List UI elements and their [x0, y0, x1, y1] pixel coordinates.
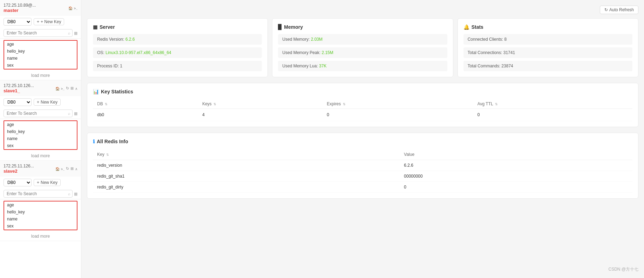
search-row-slave2: ⌕ ▦	[0, 188, 81, 199]
search-input-slave1[interactable]	[4, 110, 73, 117]
search-input-slave2[interactable]	[4, 190, 73, 198]
filter-icon-master[interactable]: ▦	[74, 31, 77, 35]
load-more-master[interactable]: load more	[0, 71, 81, 80]
key-item-slave2-name[interactable]: name	[4, 216, 77, 223]
sort-icon-avg-ttl: ⇅	[495, 102, 498, 106]
load-more-slave2[interactable]: load more	[0, 232, 81, 241]
server-pid-row: Process ID: 1	[93, 61, 262, 71]
server-icons-master	[68, 6, 77, 10]
memory-used-value: 2.03M	[311, 37, 323, 42]
server-ip-slave2: 172.25.11.126...	[4, 164, 34, 168]
server-section-slave1: 172.25.10.126... slave1_ DB0 + New Key	[0, 80, 81, 161]
server-ip-slave1: 172.25.10.126...	[4, 83, 34, 88]
info-row-dirty: redis_git_dirty 0	[93, 182, 632, 193]
server-os-row: OS: Linux3.10.0-957.el7.x86_64x86_64	[93, 47, 262, 58]
key-item-master-sex[interactable]: sex	[4, 62, 77, 69]
filter-icon-slave2[interactable]: ▦	[74, 192, 77, 196]
server-label-master: master	[4, 8, 36, 13]
terminal-icon-slave1[interactable]	[61, 86, 65, 91]
refresh-icon-slave1[interactable]	[66, 86, 69, 91]
stats-commands-label: Total Commands:	[468, 64, 502, 68]
db-row-slave2: DB0 + New Key	[0, 177, 81, 188]
top-bar: ↻ Auto Refresh	[87, 6, 638, 14]
server-pid-label: Process ID:	[97, 64, 120, 68]
info-row-sha1: redis_git_sha1 00000000	[93, 171, 632, 182]
sort-icon-expires: ⇅	[343, 102, 346, 106]
key-item-slave1-age[interactable]: age	[4, 121, 77, 128]
refresh-icon-slave2[interactable]	[66, 166, 69, 171]
terminal-icon[interactable]	[74, 6, 77, 10]
info-col-key[interactable]: Key ⇅	[93, 149, 400, 160]
db-select-slave2[interactable]: DB0	[4, 179, 32, 186]
key-item-master-age[interactable]: age	[4, 41, 77, 48]
server-icons-slave2	[55, 166, 77, 171]
cell-avg-ttl: 0	[473, 109, 632, 121]
home-icon[interactable]	[68, 6, 73, 10]
redis-info-table: Key ⇅ Value redis_version 6.2.6 redis_gi…	[93, 149, 632, 193]
new-key-button-slave2[interactable]: + New Key	[34, 179, 61, 186]
filter-icon-slave1[interactable]: ▦	[74, 111, 77, 116]
memory-used-label: Used Memory:	[282, 37, 311, 42]
sort-icon-db: ⇅	[105, 102, 108, 106]
key-statistics-table: DB ⇅ Keys ⇅ Expires ⇅ Avg TTL ⇅ db0 4 0 …	[93, 99, 632, 121]
server-header-slave2: 172.25.11.126... slave2	[0, 161, 81, 177]
load-more-slave1[interactable]: load more	[0, 151, 81, 160]
new-key-button-slave1[interactable]: + New Key	[34, 99, 61, 106]
cell-db: db0	[93, 109, 198, 121]
terminal-icon-slave2[interactable]	[61, 167, 65, 171]
cell-keys: 4	[198, 109, 323, 121]
memory-icon: ▉	[278, 24, 282, 30]
col-avg-ttl[interactable]: Avg TTL ⇅	[473, 99, 632, 109]
col-expires[interactable]: Expires ⇅	[323, 99, 473, 109]
chevron-icon-slave1[interactable]	[75, 86, 77, 91]
stats-icon: 🔔	[463, 24, 469, 30]
key-item-slave1-sex[interactable]: sex	[4, 142, 77, 149]
chart-icon: 📊	[93, 89, 99, 94]
key-statistics-title: 📊 Key Statistics	[93, 89, 632, 94]
auto-refresh-button[interactable]: ↻ Auto Refresh	[600, 6, 638, 14]
grid-icon-slave1[interactable]	[70, 86, 74, 91]
search-wrap-master: ⌕	[4, 29, 73, 37]
memory-lua-row: Used Memory Lua: 37K	[278, 61, 447, 71]
info-val-dirty: 0	[400, 182, 632, 193]
auto-refresh-icon: ↻	[604, 7, 608, 12]
info-key-sha1: redis_git_sha1	[93, 171, 400, 182]
server-ip-master: 172.25.10.89@...	[4, 3, 36, 8]
key-statistics-section: 📊 Key Statistics DB ⇅ Keys ⇅ Expires ⇅ A…	[87, 83, 638, 127]
key-item-master-name[interactable]: name	[4, 55, 77, 62]
plus-icon-slave1: +	[37, 100, 39, 105]
info-row-version: redis_version 6.2.6	[93, 160, 632, 171]
memory-card-title: ▉ Memory	[278, 24, 447, 30]
key-item-slave2-sex[interactable]: sex	[4, 223, 77, 230]
db-select-slave1[interactable]: DB0	[4, 98, 32, 106]
grid-icon-slave2[interactable]	[70, 166, 74, 171]
stats-connections-value: 31741	[503, 50, 515, 55]
key-item-slave2-hello-key[interactable]: hello_key	[4, 208, 77, 216]
all-redis-info-title: ℹ All Redis Info	[93, 139, 632, 144]
new-key-button-master[interactable]: + + New Key	[34, 18, 64, 25]
col-db[interactable]: DB ⇅	[93, 99, 198, 109]
server-label-slave1: slave1_	[4, 88, 34, 93]
memory-card: ▉ Memory Used Memory: 2.03M Used Memory …	[272, 18, 453, 77]
key-item-slave1-hello-key[interactable]: hello_key	[4, 128, 77, 135]
search-input-master[interactable]	[4, 29, 73, 37]
col-keys[interactable]: Keys ⇅	[198, 99, 323, 109]
key-item-master-hello-key[interactable]: hello_key	[4, 48, 77, 55]
server-header-slave1: 172.25.10.126... slave1_	[0, 80, 81, 96]
home-icon-slave1[interactable]	[55, 86, 60, 91]
info-val-version: 6.2.6	[400, 160, 632, 171]
info-col-value: Value	[400, 149, 632, 160]
chevron-icon-slave2[interactable]	[75, 167, 77, 171]
all-redis-info-section: ℹ All Redis Info Key ⇅ Value redis_versi…	[87, 133, 638, 199]
home-icon-slave2[interactable]	[55, 167, 60, 171]
plus-icon: +	[37, 19, 39, 24]
server-os-label: OS:	[97, 50, 106, 55]
info-val-sha1: 00000000	[400, 171, 632, 182]
stats-card-title: 🔔 Stats	[463, 24, 632, 30]
sidebar: 172.25.10.89@... master DB0 + + New Key …	[0, 0, 81, 278]
search-wrap-slave2: ⌕	[4, 190, 73, 198]
key-item-slave2-age[interactable]: age	[4, 201, 77, 208]
db-select-master[interactable]: DB0	[4, 18, 32, 26]
server-icon: ▦	[93, 24, 97, 30]
key-item-slave1-name[interactable]: name	[4, 135, 77, 142]
